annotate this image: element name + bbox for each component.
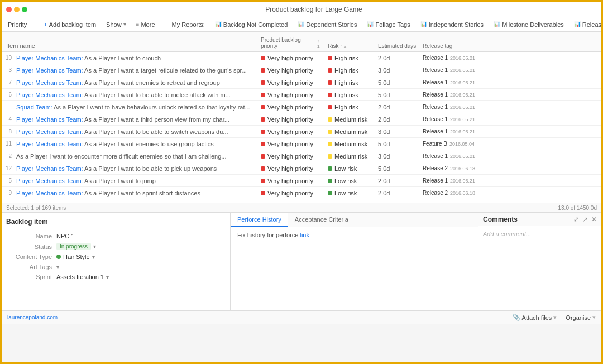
content-type-value[interactable]: Hair Style ▾ [56,253,95,260]
status-bar: Selected: 1 of 169 items 13.0 of 1450.0d [2,203,601,213]
panel-tabs: Perforce History Acceptance Criteria [231,213,478,227]
status-value[interactable]: In progress ▾ [56,243,96,250]
table-row[interactable]: 3 Player Mechanics Team: As a Player I w… [2,64,601,76]
foliage-tags-button[interactable]: 📊 Foliage Tags [365,21,411,28]
art-tags-value[interactable]: ▾ [56,264,59,270]
release1-status-label: Release 1 Status [582,21,601,28]
traffic-lights [6,7,27,12]
add-icon: + [44,21,47,28]
sort-risk-icon: ↑ 2 [339,44,346,49]
name-label: Name [6,233,56,240]
table-row[interactable]: 4 Player Mechanics Team: As a Player I w… [2,113,601,126]
more-icon: ≡ [136,21,140,27]
panel-content: Fix history for perforce link [231,227,478,310]
col-header-priority[interactable]: Product backlog priority ↑ 1 [259,36,326,50]
comment-box[interactable]: Add a comment... [478,226,601,310]
attach-dropdown-icon: ▾ [553,314,557,321]
more-label: More [141,21,155,28]
detail-row-status: Status In progress ▾ [6,243,226,250]
more-button[interactable]: ≡ More [135,21,157,28]
bottom-right-actions: 📎 Attach files ▾ Organise ▾ [513,314,596,321]
attach-icon: 📎 [513,314,520,321]
bottom-toolbar: laurencepoland.com 📎 Attach files ▾ Orga… [2,310,601,324]
table-row[interactable]: 8 Player Mechanics Team: As a Player I w… [2,126,601,138]
content-type-label: Content Type [6,253,56,260]
col-header-item-name[interactable]: Item name [2,41,259,50]
milestone-deliverables-label: Milestone Deliverables [502,21,564,28]
toolbar: Priority + Add backlog item Show ▾ ≡ Mor… [2,17,601,32]
backlog-table[interactable]: 10 Player Mechanics Team: As a Player I … [2,52,601,203]
column-headers: Item name Product backlog priority ↑ 1 R… [2,32,601,52]
middle-panel: Perforce History Acceptance Criteria Fix… [231,213,478,310]
independent-stories-label: Independent Stories [429,21,484,28]
priority-button[interactable]: Priority [6,21,28,28]
col-header-days[interactable]: Estimated days [376,42,420,50]
sprint-value[interactable]: Assets Iteration 1 ▾ [56,274,109,280]
chart-icon-3: 📊 [367,21,374,27]
table-row[interactable]: Squad Team: As a Player I want to have b… [2,101,601,113]
detail-row-content-type: Content Type Hair Style ▾ [6,253,226,260]
priority-label: Priority [8,21,27,28]
table-row[interactable]: 12 Player Mechanics Team: As a Player I … [2,162,601,175]
dependent-stories-button[interactable]: 📊 Dependent Stories [296,21,358,28]
organise-label: Organise [566,314,591,321]
show-button[interactable]: Show ▾ [104,21,128,28]
comments-panel: Comments ⤢ ↗ ✕ Add a comment... [478,213,601,310]
table-row[interactable]: 7 Player Mechanics Team: As a Player I w… [2,76,601,89]
panel-icons: ⤢ ↗ ✕ [573,215,597,223]
name-value: NPC 1 [56,233,74,240]
col-header-risk[interactable]: Risk ↑ 2 [326,42,376,50]
independent-stories-button[interactable]: 📊 Independent Stories [419,21,485,28]
release1-status-button[interactable]: 📊 Release 1 Status [572,21,601,28]
status-dropdown-icon[interactable]: ▾ [93,243,96,250]
close-button[interactable] [6,7,12,12]
external-link-icon[interactable]: ↗ [582,215,588,223]
table-row[interactable]: 11 Player Mechanics Team: As a Player I … [2,138,601,150]
backlog-detail-title: Backlog item [6,218,226,228]
my-reports-text: My Reports: [172,21,205,28]
top-bar: Product backlog for Large Game [2,2,601,17]
backlog-not-completed-label: Backlog Not Completed [223,21,288,28]
foliage-tags-label: Foliage Tags [375,21,410,28]
sort-priority-icon: ↑ 1 [317,38,323,49]
detail-row-art-tags: Art Tags ▾ [6,264,226,270]
detail-row-name: Name NPC 1 [6,233,226,240]
table-row[interactable]: 5 Player Mechanics Team: As a Player I w… [2,175,601,187]
table-row[interactable]: 6 Player Mechanics Team: As a Player I w… [2,89,601,101]
chart-icon-1: 📊 [215,21,222,27]
sprint-dropdown-icon[interactable]: ▾ [106,274,109,280]
table-row[interactable]: 2 As a Player I want to encounter more d… [2,150,601,162]
table-row[interactable]: 9 Player Mechanics Team: As a Player I w… [2,187,601,199]
total-days: 13.0 of 1450.0d [558,205,597,211]
window: Product backlog for Large Game Priority … [2,2,601,324]
chart-icon-5: 📊 [494,21,500,27]
chart-icon-2: 📊 [298,21,304,27]
maximize-button[interactable] [22,7,27,12]
content-type-dot [56,255,61,259]
my-reports-label: My Reports: [170,21,207,28]
attach-files-label: Attach files [522,314,552,321]
art-tags-dropdown-icon[interactable]: ▾ [56,264,59,270]
show-label: Show [106,21,122,28]
table-row[interactable]: 10 Player Mechanics Team: As a Player I … [2,52,601,64]
tab-acceptance-criteria[interactable]: Acceptance Criteria [288,213,355,227]
expand-icon[interactable]: ⤢ [573,215,579,223]
backlog-not-completed-button[interactable]: 📊 Backlog Not Completed [213,21,290,28]
website-link[interactable]: laurencepoland.com [7,314,58,320]
comments-title: Comments [483,215,518,223]
attach-files-button[interactable]: 📎 Attach files ▾ [513,314,557,321]
backlog-detail-panel: Backlog item Name NPC 1 Status In progre… [2,213,231,310]
window-title: Product backlog for Large Game [31,6,597,13]
minimize-button[interactable] [14,7,20,12]
perforce-link[interactable]: link [300,232,309,238]
tab-perforce-history[interactable]: Perforce History [231,213,288,227]
organise-button[interactable]: Organise ▾ [566,314,596,321]
sprint-label: Sprint [6,274,56,280]
art-tags-label: Art Tags [6,264,56,270]
close-panel-icon[interactable]: ✕ [591,215,597,223]
milestone-deliverables-button[interactable]: 📊 Milestone Deliverables [492,21,566,28]
table-row[interactable]: 13 Player Mechanics Team: As a Player I … [2,199,601,203]
content-type-dropdown-icon[interactable]: ▾ [92,254,95,260]
col-header-release[interactable]: Release tag [420,42,510,50]
add-backlog-item-button[interactable]: + Add backlog item [42,21,98,28]
